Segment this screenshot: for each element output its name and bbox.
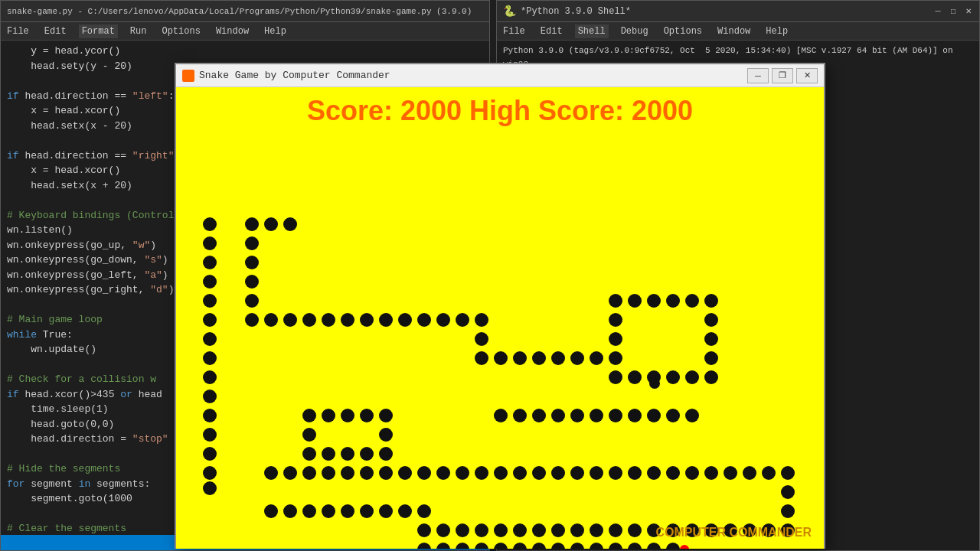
snake-minimize-btn[interactable]: ─	[747, 68, 769, 83]
menu-run[interactable]: Run	[127, 24, 150, 38]
menu-file[interactable]: File	[4, 24, 32, 38]
shell-menu-window[interactable]: Window	[714, 24, 753, 38]
shell-menu-options[interactable]: Options	[661, 24, 705, 38]
snake-close-btn[interactable]: ✕	[796, 68, 818, 83]
snake-window-title: Snake Game by Computer Commander	[199, 70, 390, 81]
code-editor-title-bar: snake-game.py - C:/Users/lenovo/AppData/…	[1, 1, 489, 22]
shell-menu-help[interactable]: Help	[763, 24, 791, 38]
food-dot-2	[680, 545, 689, 549]
menu-options[interactable]: Options	[158, 24, 203, 38]
shell-menu-debug[interactable]: Debug	[618, 24, 652, 38]
shell-title: *Python 3.9.0 Shell*	[521, 6, 631, 17]
menu-edit[interactable]: Edit	[41, 24, 70, 38]
shell-menu-edit[interactable]: Edit	[537, 24, 566, 38]
code-editor-title: snake-game.py - C:/Users/lenovo/AppData/…	[7, 7, 472, 16]
snake-win-controls: ─ ❐ ✕	[747, 68, 818, 83]
snake-title-icon	[182, 70, 194, 82]
shell-minimize-btn[interactable]: ─	[933, 7, 942, 16]
snake-eye	[649, 378, 660, 389]
menu-help[interactable]: Help	[261, 24, 289, 38]
snake-title-bar: Snake Game by Computer Commander ─ ❐ ✕	[176, 64, 824, 87]
shell-menu-shell[interactable]: Shell	[575, 24, 609, 38]
menu-format[interactable]: Format	[79, 24, 118, 38]
shell-win-controls: ─ □ ✕	[933, 7, 973, 16]
score-display: Score: 2000 High Score: 2000	[307, 95, 693, 127]
menu-window[interactable]: Window	[213, 24, 252, 38]
shell-menu-file[interactable]: File	[500, 24, 528, 38]
shell-maximize-btn[interactable]: □	[949, 7, 958, 16]
shell-title-left: 🐍 *Python 3.9.0 Shell*	[503, 5, 631, 18]
snake-title-text: Snake Game by Computer Commander	[182, 70, 390, 82]
snake-game-window: Snake Game by Computer Commander ─ ❐ ✕ S…	[175, 63, 825, 549]
snake-canvas: Score: 2000 High Score: 2000	[176, 87, 824, 549]
shell-title-bar: 🐍 *Python 3.9.0 Shell* ─ □ ✕	[497, 1, 979, 22]
code-editor-menu-bar: File Edit Format Run Options Window Help	[1, 22, 489, 41]
shell-menu-bar: File Edit Shell Debug Options Window Hel…	[497, 22, 979, 41]
snake-restore-btn[interactable]: ❐	[772, 68, 793, 83]
shell-close-btn[interactable]: ✕	[964, 7, 973, 16]
watermark: COMPUTER COMMANDER	[655, 526, 812, 540]
